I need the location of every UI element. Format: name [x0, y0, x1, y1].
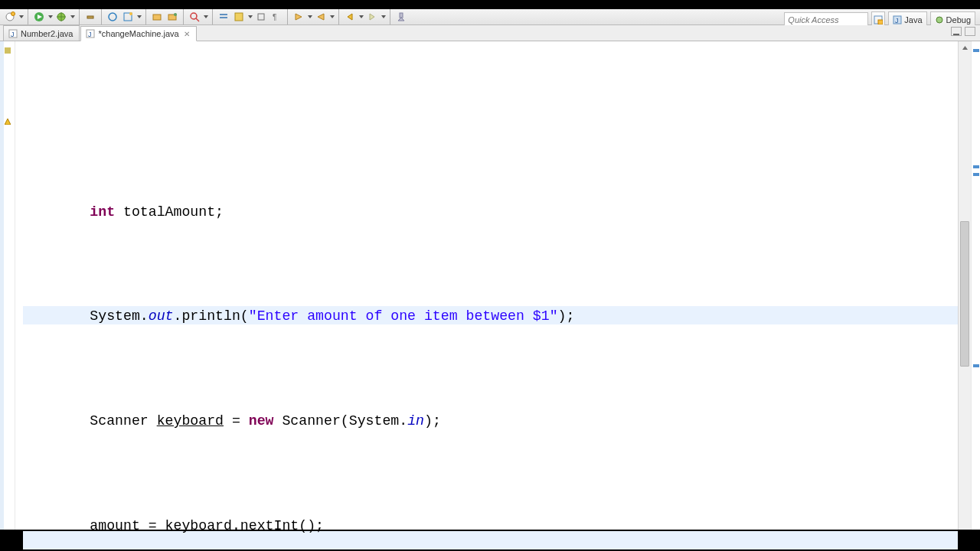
overview-marker [973, 165, 979, 168]
svg-marker-2 [19, 15, 24, 18]
new-icon[interactable] [3, 10, 17, 24]
dropdown-icon[interactable] [203, 15, 208, 19]
new-class-icon[interactable] [165, 10, 179, 24]
svg-point-18 [191, 13, 197, 19]
run-icon[interactable] [32, 10, 46, 24]
debug-perspective-icon [935, 15, 944, 24]
dropdown-icon[interactable] [307, 15, 312, 19]
dropdown-icon[interactable] [329, 15, 335, 19]
svg-marker-30 [330, 15, 335, 18]
dropdown-icon[interactable] [247, 15, 253, 19]
svg-text:J: J [11, 31, 15, 38]
overview-ruler[interactable] [971, 41, 980, 551]
java-perspective-icon: J [893, 15, 902, 24]
separator [287, 9, 288, 24]
svg-rect-46 [5, 47, 11, 54]
svg-marker-36 [398, 18, 404, 21]
code-editor[interactable]: int totalAmount; System.out.println("Ent… [15, 41, 958, 551]
scrollbar-thumb[interactable] [960, 221, 969, 367]
debug-icon[interactable] [54, 10, 68, 24]
separator [212, 9, 213, 24]
folding-stripe [0, 41, 4, 551]
maximize-view-icon[interactable] [965, 27, 975, 36]
connect-icon[interactable] [83, 10, 97, 24]
svg-rect-10 [87, 16, 93, 18]
separator [183, 9, 184, 24]
dropdown-icon[interactable] [18, 15, 24, 19]
pin-editor-icon[interactable] [394, 10, 408, 24]
block-select-icon[interactable] [254, 10, 268, 24]
java-file-icon: J [86, 29, 95, 38]
minimize-view-icon[interactable] [951, 27, 962, 36]
open-type-icon[interactable] [106, 10, 119, 24]
svg-marker-32 [359, 15, 364, 18]
svg-point-41 [936, 17, 942, 23]
tab-label: Number2.java [21, 29, 73, 38]
svg-marker-33 [370, 14, 374, 20]
separator [101, 9, 102, 24]
tab-changemachine[interactable]: J *changeMachine.java ✕ [80, 26, 196, 41]
svg-marker-14 [137, 15, 142, 18]
vertical-scrollbar[interactable] [958, 41, 971, 551]
svg-line-19 [196, 18, 199, 21]
separator [338, 9, 339, 24]
svg-rect-22 [220, 17, 227, 18]
warning-marker-icon [5, 117, 11, 123]
toggle-mark-icon[interactable] [232, 10, 246, 24]
separator [79, 9, 80, 24]
svg-point-17 [174, 13, 177, 16]
prev-annotation-icon[interactable] [314, 10, 328, 24]
dropdown-icon[interactable] [70, 15, 75, 19]
editor-tabstrip: J Number2.java J *changeMachine.java ✕ [0, 25, 980, 41]
svg-marker-28 [308, 15, 312, 18]
svg-marker-34 [381, 15, 386, 18]
overview-marker [973, 364, 979, 367]
svg-marker-48 [962, 46, 968, 50]
letterbox-top [0, 0, 980, 9]
forward-icon[interactable] [365, 10, 379, 24]
svg-rect-23 [235, 13, 243, 21]
new-package-icon[interactable] [150, 10, 164, 24]
tab-number2[interactable]: J Number2.java [3, 25, 80, 41]
overview-marker [973, 173, 979, 176]
marker-icon [5, 46, 11, 52]
svg-rect-25 [258, 14, 264, 20]
dropdown-icon[interactable] [381, 15, 386, 19]
open-task-icon[interactable] [121, 10, 135, 24]
svg-point-11 [109, 13, 116, 21]
svg-marker-29 [318, 14, 324, 20]
svg-marker-5 [48, 15, 53, 18]
svg-text:J: J [895, 17, 899, 24]
svg-marker-31 [348, 14, 352, 20]
java-file-icon: J [8, 29, 18, 38]
svg-text:¶: ¶ [273, 13, 276, 21]
svg-marker-27 [296, 14, 302, 20]
svg-rect-38 [878, 20, 883, 24]
scroll-up-icon[interactable] [959, 41, 971, 54]
svg-marker-20 [204, 15, 208, 18]
svg-point-13 [129, 12, 132, 15]
dropdown-icon[interactable] [47, 15, 53, 19]
next-annotation-icon[interactable] [292, 10, 305, 24]
svg-marker-24 [248, 15, 253, 18]
tabstrip-controls [951, 27, 975, 36]
java-perspective-label: Java [904, 15, 922, 24]
overview-marker [973, 49, 979, 52]
svg-rect-15 [153, 15, 161, 20]
search-icon[interactable] [188, 10, 201, 24]
main-toolbar: ¶ J Java Debug [0, 9, 980, 25]
dropdown-icon[interactable] [136, 15, 142, 19]
close-icon[interactable]: ✕ [184, 30, 190, 38]
svg-rect-21 [220, 14, 227, 15]
svg-marker-9 [70, 15, 75, 18]
back-icon[interactable] [343, 10, 357, 24]
show-whitespace-icon[interactable]: ¶ [270, 10, 283, 24]
separator [28, 9, 28, 24]
editor-area: int totalAmount; System.out.println("Ent… [0, 41, 980, 551]
eclipse-window: ¶ J Java Debug J Number2.ja [0, 9, 980, 530]
toggle-breadcrumb-icon[interactable] [217, 10, 230, 24]
svg-text:J: J [88, 31, 92, 38]
tab-label: *changeMachine.java [98, 29, 178, 38]
dropdown-icon[interactable] [358, 15, 364, 19]
editor-gutter[interactable] [0, 41, 15, 551]
